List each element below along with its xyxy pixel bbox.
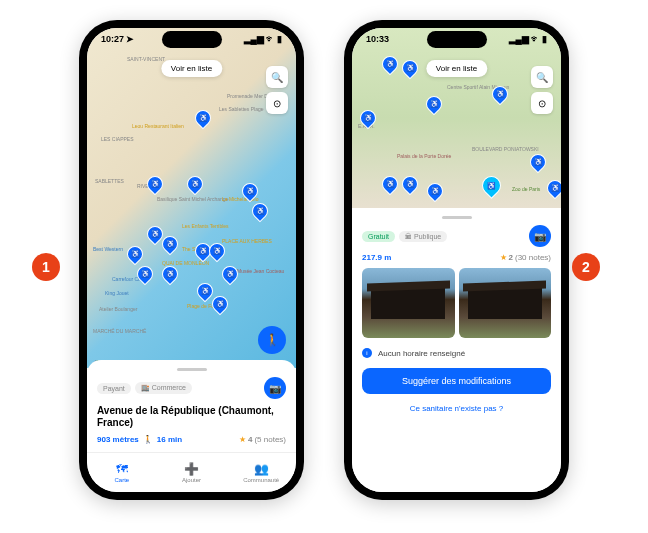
photo-gallery[interactable] [362,268,551,338]
map-view[interactable]: Voir en liste 🔍 ⊙ 🚶 SAINT-VINCENT Promen… [87,28,296,368]
walk-icon: 🚶 [265,333,280,347]
map-pin[interactable] [209,293,232,316]
tab-bar: 🗺 Carte ➕ Ajouter 👥 Communauté [87,452,296,492]
callout-badge-2: 2 [572,253,600,281]
locate-icon: ⊙ [538,98,546,109]
tab-community[interactable]: 👥 Communauté [226,453,296,492]
map-icon: 🗺 [116,462,128,476]
drag-handle[interactable] [177,368,207,371]
map-pin[interactable] [424,180,447,203]
map-label: Zoo de Paris [512,186,540,192]
star-icon: ★ [239,435,246,444]
camera-icon: 📷 [269,383,281,394]
status-time: 10:33 [366,34,389,44]
map-pin[interactable] [219,263,242,286]
rating-value: 2 [509,253,513,262]
battery-icon: ▮ [277,34,282,44]
map-pin[interactable] [159,263,182,286]
hours-text: Aucun horaire renseigné [378,349,465,358]
map-pin[interactable] [124,243,147,266]
map-label: Les Enfants Terribles [182,223,229,229]
tag-gratuit: Gratuit [362,231,395,242]
phone-mockup-2: 10:33 ▂▄▆ ᯤ ▮ Voir en liste 🔍 ⊙ Centre S… [344,20,569,500]
star-icon: ★ [500,253,507,262]
locate-button[interactable]: ⊙ [266,92,288,114]
map-label: Palais de la Porte Dorée [397,153,451,159]
camera-button[interactable]: 📷 [529,225,551,247]
view-as-list-button[interactable]: Voir en liste [161,60,222,77]
wifi-icon: ᯤ [266,34,275,44]
notch [427,31,487,48]
place-distance: 217.9 m [362,253,391,262]
tab-label: Ajouter [182,477,201,483]
signal-icon: ▂▄▆ [244,34,264,44]
photo-thumbnail[interactable] [362,268,455,338]
map-label: Best Western [93,246,123,252]
map-pin[interactable] [144,173,167,196]
map-label: MARCHÉ DU MARCHÉ [93,328,146,334]
place-title: Avenue de la République (Chaumont, Franc… [97,405,286,429]
map-label: Les Sablettes Plage [219,106,263,112]
walk-fab[interactable]: 🚶 [258,326,286,354]
place-distance: 903 mètres [97,435,139,444]
map-pin[interactable] [379,173,402,196]
map-pin[interactable] [399,173,422,196]
map-pin[interactable] [399,57,422,80]
place-card[interactable]: Gratuit 🏛 Publique 📷 217.9 m ★ 2 (30 not… [352,208,561,492]
locate-icon: ⊙ [273,98,281,109]
view-as-list-button[interactable]: Voir en liste [426,60,487,77]
camera-icon: 📷 [534,231,546,242]
tab-map[interactable]: 🗺 Carte [87,453,157,492]
map-label: SAINT-VINCENT [127,56,165,62]
people-icon: 👥 [254,462,269,476]
map-label: Leou Restaurant Italien [132,123,184,129]
drag-handle[interactable] [442,216,472,219]
map-label: BOULEVARD PONIATOWSKI [472,146,539,152]
map-label: Basilique Saint Michel Archange [157,196,228,202]
rating-value: 4 [248,435,252,444]
map-label: Atelier Boulanger [99,306,137,312]
suggest-edit-button[interactable]: Suggérer des modifications [362,368,551,394]
screen-1: 10:27 ➤ ▂▄▆ ᯤ ▮ Voir en liste 🔍 ⊙ 🚶 SAIN… [87,28,296,492]
notch [162,31,222,48]
search-button[interactable]: 🔍 [266,66,288,88]
search-button[interactable]: 🔍 [531,66,553,88]
tab-add[interactable]: ➕ Ajouter [157,453,227,492]
map-pin[interactable] [184,173,207,196]
rating-count: (30 notes) [515,253,551,262]
map-label: King Jouet [105,290,129,296]
walk-time: 16 min [157,435,182,444]
tag-commerce: 🏬 Commerce [135,382,192,394]
map-pin[interactable] [192,107,215,130]
not-exist-link[interactable]: Ce sanitaire n'existe pas ? [362,400,551,417]
phone-mockup-1: 10:27 ➤ ▂▄▆ ᯤ ▮ Voir en liste 🔍 ⊙ 🚶 SAIN… [79,20,304,500]
clock-icon: i [362,348,372,358]
map-pin[interactable] [527,151,550,174]
signal-icon: ▂▄▆ [509,34,529,44]
hours-row: i Aucun horaire renseigné [362,344,551,362]
callout-badge-1: 1 [32,253,60,281]
map-pin-selected[interactable] [478,172,505,199]
search-icon: 🔍 [271,72,283,83]
map-pin[interactable] [379,53,402,76]
tag-publique: 🏛 Publique [399,231,447,242]
map-pin[interactable] [423,93,446,116]
tab-label: Carte [115,477,130,483]
photo-thumbnail[interactable] [459,268,552,338]
tab-label: Communauté [243,477,279,483]
search-icon: 🔍 [536,72,548,83]
place-card[interactable]: Payant 🏬 Commerce 📷 Avenue de la Républi… [87,360,296,452]
map-pin[interactable] [544,177,561,200]
map-label: Musée Jean Cocteau [237,268,284,274]
rating-count: (5 notes) [254,435,286,444]
map-pin[interactable] [249,200,272,223]
battery-icon: ▮ [542,34,547,44]
locate-button[interactable]: ⊙ [531,92,553,114]
location-arrow-icon: ➤ [126,34,134,44]
camera-button[interactable]: 📷 [264,377,286,399]
map-view[interactable]: Voir en liste 🔍 ⊙ Centre Sportif Alain M… [352,28,561,208]
screen-2: 10:33 ▂▄▆ ᯤ ▮ Voir en liste 🔍 ⊙ Centre S… [352,28,561,492]
plus-icon: ➕ [184,462,199,476]
tag-payant: Payant [97,383,131,394]
walk-icon: 🚶 [143,435,153,444]
